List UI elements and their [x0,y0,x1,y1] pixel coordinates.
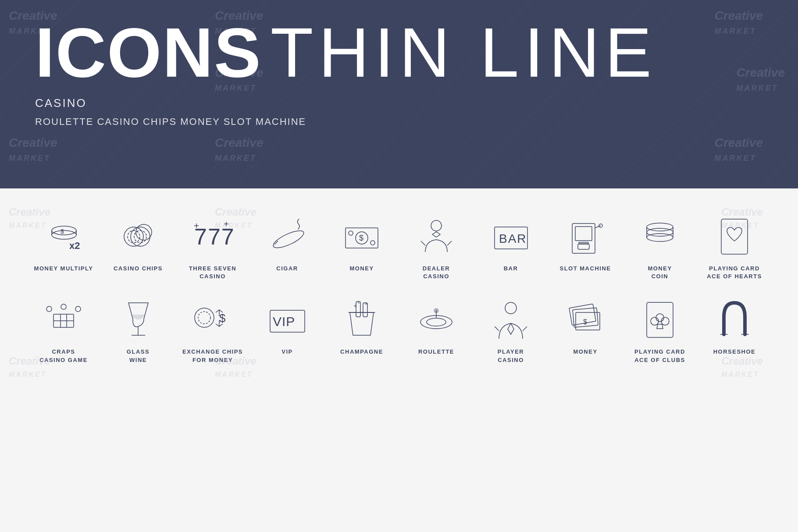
icon-three-seven: 777 THREE SEVENCASINO [178,215,248,280]
icon-glass-wine: GLASSWINE [103,298,173,364]
svg-text:$: $ [583,318,587,326]
icon-bar: BAR BAR [476,215,546,273]
svg-line-68 [523,326,527,331]
svg-point-59 [354,305,356,307]
svg-line-25 [421,241,425,245]
svg-text:$: $ [359,234,363,242]
svg-rect-31 [578,244,589,249]
icon-exchange-chips: $ EXCHANGE CHIPSFOR MONEY [178,298,248,364]
icon-craps-casino: CRAPSCASINO GAME [28,298,99,364]
svg-text:BAR: BAR [499,232,527,245]
icon-money-multiply: x2 $ MONEY MULTIPLY [28,215,99,273]
icon-playing-card-hearts: PLAYING CARDACE OF HEARTS [699,215,770,280]
watermark: CreativeMARKET [714,136,763,164]
svg-text:x2: x2 [69,240,80,251]
icons-row-1: x2 $ MONEY MULTIPLY [26,206,772,285]
icon-label: GLASSWINE [127,348,150,364]
svg-point-76 [661,317,669,325]
icon-label: ROULETTE [418,348,454,356]
icon-player-casino: PLAYERCASINO [476,298,546,364]
svg-text:777: 777 [194,224,234,249]
svg-point-75 [651,317,659,325]
svg-point-21 [349,231,353,235]
icon-label: CRAPSCASINO GAME [39,348,88,364]
icon-dealer-casino: DEALERCASINO [401,215,471,280]
svg-point-9 [128,231,140,243]
icon-label: MONEY [573,348,597,356]
svg-line-26 [447,241,452,245]
svg-marker-24 [432,232,440,237]
header-title: ICONS THIN LINE [35,18,763,96]
header-subtitle: ROULETTE CASINO CHIPS MONEY SLOT MACHINE [35,116,763,128]
svg-point-60 [358,302,360,304]
svg-rect-57 [356,301,360,317]
icon-label: CIGAR [276,265,298,273]
header-subtitle-main: CASINO [35,96,763,110]
icon-label: EXCHANGE CHIPSFOR MONEY [182,348,243,364]
icon-money-coin: MONEYCOIN [625,215,695,280]
icon-label: DEALERCASINO [423,265,450,280]
svg-point-66 [505,302,517,314]
svg-point-74 [656,314,664,322]
icon-label: MONEYCOIN [648,265,672,280]
icon-label: PLAYING CARDACE OF HEARTS [707,265,762,280]
svg-point-37 [647,234,673,241]
icon-label: CASINO CHIPS [114,265,163,273]
icon-vip: VIP VIP [252,298,322,356]
svg-point-46 [61,304,66,309]
icon-label: MONEY MULTIPLY [34,265,93,273]
icon-money: $ MONEY [327,215,397,273]
icon-label: VIP [281,348,292,356]
icon-label: SLOT MACHINE [560,265,611,273]
icon-horseshoe: HORSESHOE [699,298,770,356]
svg-rect-29 [572,223,595,253]
svg-text:$: $ [219,312,226,325]
icon-money2: $ MONEY [550,298,620,356]
icon-casino-chips: CASINO CHIPS [103,215,173,273]
svg-text:$: $ [61,228,64,235]
svg-point-50 [195,308,214,327]
icons-row-2: CRAPSCASINO GAME GLASSWINE [26,285,772,368]
svg-point-45 [46,306,52,312]
svg-point-61 [365,302,367,305]
icon-label: PLAYING CARDACE OF CLUBS [634,348,685,364]
svg-point-16 [271,227,306,251]
icon-label: BAR [504,265,518,273]
icon-champagne: CHAMPAGNE [327,298,397,356]
svg-line-17 [274,241,278,245]
svg-line-67 [495,326,499,331]
icon-slot-machine: SLOT MACHINE [550,215,620,273]
icon-label: MONEY [349,265,374,273]
svg-point-63 [427,318,446,326]
svg-rect-58 [363,303,367,317]
svg-rect-30 [575,227,592,241]
svg-point-23 [431,220,442,231]
svg-rect-40 [721,219,748,254]
icons-section: CreativeMARKET CreativeMARKET CreativeMA… [0,188,798,532]
icon-playing-card-clubs: PLAYING CARDACE OF CLUBS [625,298,695,364]
svg-point-22 [370,241,375,245]
icon-label: THREE SEVENCASINO [189,265,236,280]
icon-roulette: ROULETTE [401,298,471,356]
svg-rect-71 [576,312,600,330]
header: CreativeMARKET CreativeMARKET CreativeMA… [0,0,798,188]
svg-text:VIP: VIP [273,314,295,329]
watermark: CreativeMARKET [215,136,264,164]
svg-point-51 [198,312,210,324]
svg-rect-34 [579,242,588,244]
icon-label: HORSESHOE [713,348,756,356]
icon-label: CHAMPAGNE [340,348,383,356]
watermark: CreativeMARKET [9,136,57,164]
svg-point-47 [75,306,81,312]
icon-label: PLAYERCASINO [498,348,524,364]
icon-cigar: CIGAR [252,215,322,273]
